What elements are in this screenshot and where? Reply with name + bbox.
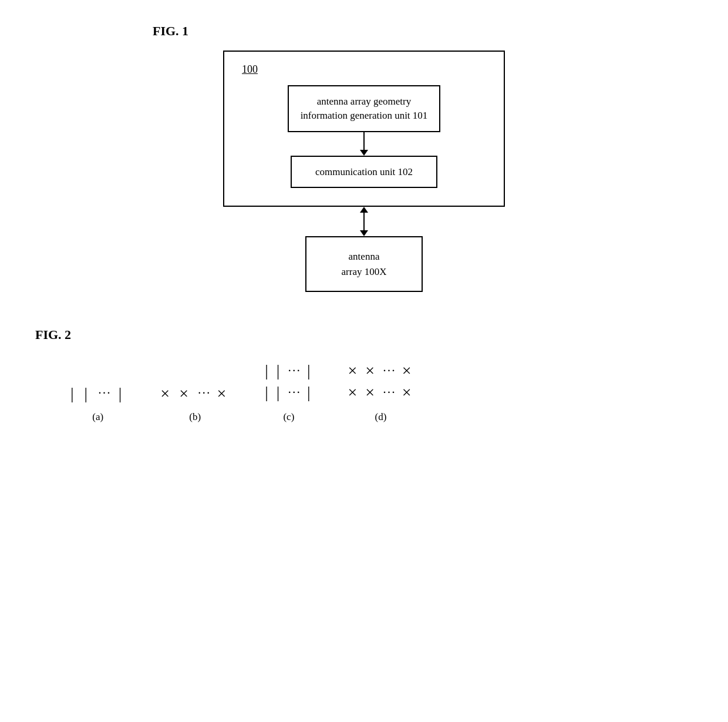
unit101-text-line1: antenna array geometry: [317, 96, 411, 107]
fig2-caption-c: (c): [283, 411, 294, 423]
vbar-a1: |: [70, 384, 77, 404]
x-b3: ×: [217, 384, 230, 404]
fig2-row-d2: × × ··· ×: [348, 382, 414, 403]
arrow-101-to-102: [360, 132, 368, 156]
box-100-label: 100: [242, 63, 486, 76]
vbar-a3: |: [119, 384, 126, 404]
vbar-a2: |: [85, 384, 92, 404]
fig1-diagram: 100 antenna array geometry information g…: [35, 51, 693, 292]
fig2-group-c: | | ··· | | | ··· | (c): [265, 360, 312, 423]
fig2-diagram: | | ··· | (a) × × ··· × (b) | | ·: [35, 360, 693, 423]
antenna-array-line1: antenna: [349, 251, 380, 262]
fig2-group-a: | | ··· | (a): [70, 384, 125, 424]
antenna-array-line2: array 100X: [342, 266, 387, 277]
unit-101-box: antenna array geometry information gener…: [288, 85, 441, 132]
fig2-symbols-b: × × ··· ×: [160, 384, 230, 404]
fig2-caption-a: (a): [92, 411, 103, 423]
fig2-caption-d: (d): [375, 411, 387, 423]
unit102-text: communication unit 102: [315, 166, 413, 177]
fig2-symbols-c: | | ··· | | | ··· |: [265, 360, 312, 403]
unit-102-box: communication unit 102: [291, 156, 437, 189]
unit101-text-line2: information generation unit 101: [301, 110, 428, 121]
antenna-array-box: antenna array 100X: [305, 236, 423, 292]
fig2-row-d1: × × ··· ×: [348, 360, 414, 381]
fig2-symbols-d: × × ··· × × × ··· ×: [348, 360, 414, 403]
fig2-title: FIG. 2: [35, 327, 693, 342]
fig2-symbols-a: | | ··· |: [70, 384, 125, 404]
fig1-title: FIG. 1: [153, 23, 693, 39]
outer-box-100: 100 antenna array geometry information g…: [223, 51, 505, 207]
x-b1: ×: [160, 384, 173, 404]
fig2-caption-b: (b): [189, 411, 201, 423]
arrow-102-to-array: [360, 207, 368, 236]
dots-b: ···: [198, 385, 211, 401]
x-b2: ×: [179, 384, 192, 404]
dots-a: ···: [98, 385, 112, 401]
fig2-group-b: × × ··· × (b): [160, 384, 230, 424]
fig2-row-c2: | | ··· |: [265, 382, 312, 403]
fig2-group-d: × × ··· × × × ··· × (d): [348, 360, 414, 423]
fig2-row-c1: | | ··· |: [265, 360, 312, 381]
